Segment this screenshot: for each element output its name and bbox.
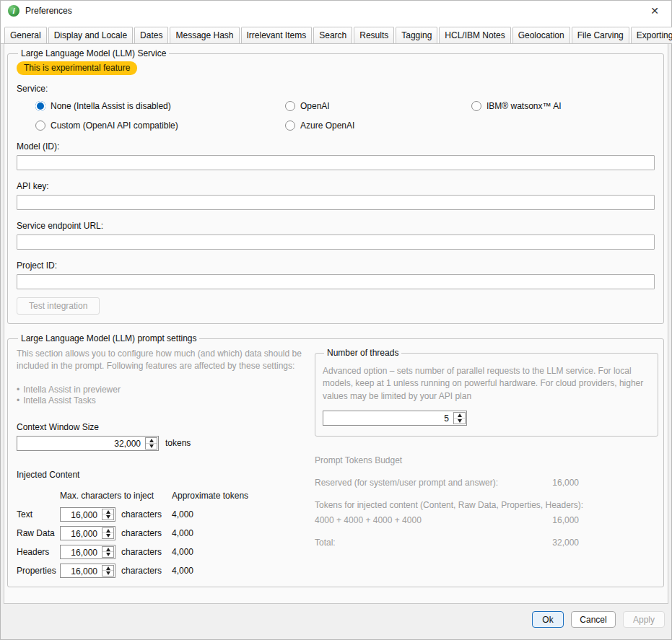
raw-data-characters-spinner[interactable]: 16,000 bbox=[60, 526, 115, 540]
service-endpoint-url-input[interactable] bbox=[17, 234, 655, 250]
arrow-down-icon bbox=[106, 571, 110, 575]
arrow-up-icon bbox=[458, 413, 462, 417]
number-of-threads-group-title: Number of threads bbox=[324, 348, 401, 358]
project-id-input[interactable] bbox=[17, 274, 655, 289]
total-tokens-label: Total: bbox=[315, 538, 336, 548]
apply-button[interactable]: Apply bbox=[623, 611, 665, 628]
arrow-up-icon bbox=[106, 548, 110, 551]
total-tokens-row: Total: 32,000 bbox=[315, 538, 579, 548]
spinner-up-button[interactable] bbox=[146, 438, 157, 443]
llm-prompt-settings-group: Large Language Model (LLM) prompt settin… bbox=[7, 333, 664, 587]
arrow-up-icon bbox=[106, 566, 110, 570]
tab-display-and-locale[interactable]: Display and Locale bbox=[48, 27, 133, 43]
test-integration-button[interactable]: Test integration bbox=[17, 297, 100, 315]
api-key-input[interactable] bbox=[17, 195, 655, 210]
tab-search[interactable]: Search bbox=[313, 27, 352, 43]
spinner-up-button[interactable] bbox=[454, 413, 465, 418]
radio-option-custom[interactable]: Custom (OpenAI API compatible) bbox=[35, 120, 285, 131]
arrow-up-icon bbox=[149, 439, 154, 442]
spinner-down-button[interactable] bbox=[102, 570, 113, 576]
tab-results[interactable]: Results bbox=[354, 27, 394, 43]
list-item: • Intella Assist in previewer bbox=[17, 385, 310, 396]
ok-button[interactable]: Ok bbox=[532, 611, 564, 628]
model-id-input[interactable] bbox=[17, 155, 655, 170]
number-of-threads-description: Advanced option – sets number of paralle… bbox=[323, 365, 649, 403]
injected-content-table: Max. characters to inject Approximate to… bbox=[17, 491, 310, 578]
prompt-settings-left-column: This section allows you to configure how… bbox=[17, 348, 310, 578]
text-characters-spinner[interactable]: 16,000 bbox=[60, 507, 115, 522]
number-of-threads-spinner[interactable]: 5 bbox=[323, 411, 467, 426]
app-icon: i bbox=[8, 5, 19, 17]
injected-content-title: Injected Content bbox=[17, 470, 310, 480]
row-label-raw-data: Raw Data bbox=[17, 528, 60, 538]
injected-tokens-row: 4000 + 4000 + 4000 + 4000 16,000 bbox=[315, 515, 579, 525]
radio-unselected-icon bbox=[35, 120, 45, 131]
prompt-tokens-budget-title: Prompt Tokens Budget bbox=[315, 455, 658, 465]
spinner-down-button[interactable] bbox=[102, 551, 113, 557]
context-window-size-spinner[interactable]: 32,000 bbox=[17, 436, 159, 451]
spinner-value: 16,000 bbox=[61, 545, 101, 558]
llm-service-group-title: Large Language Model (LLM) Service bbox=[18, 48, 169, 58]
tab-exporting[interactable]: Exporting bbox=[631, 27, 672, 43]
spinner-value: 16,000 bbox=[61, 564, 101, 577]
list-item: • Intella Assist Tasks bbox=[17, 395, 310, 407]
radio-label: Custom (OpenAI API compatible) bbox=[51, 120, 178, 131]
arrow-down-icon bbox=[458, 419, 462, 423]
approximate-tokens-value: 4,000 bbox=[172, 566, 310, 576]
tab-geolocation[interactable]: Geolocation bbox=[512, 27, 570, 43]
table-row: 16,000 characters bbox=[60, 507, 172, 522]
close-icon: ✕ bbox=[650, 5, 659, 17]
cancel-button[interactable]: Cancel bbox=[571, 611, 616, 628]
tab-file-carving[interactable]: File Carving bbox=[572, 27, 629, 43]
radio-option-ibm-watsonx[interactable]: IBM® watsonx™ AI bbox=[471, 101, 655, 111]
total-tokens-value: 32,000 bbox=[552, 538, 579, 548]
experimental-badge: This is experimental feature bbox=[17, 61, 137, 75]
dialog-footer: Ok Cancel Apply bbox=[1, 604, 671, 639]
spinner-value: 16,000 bbox=[61, 527, 101, 540]
radio-unselected-icon bbox=[285, 120, 295, 131]
radio-option-azure-openai[interactable]: Azure OpenAI bbox=[285, 120, 471, 131]
arrow-down-icon bbox=[106, 534, 110, 538]
prompt-settings-description: This section allows you to configure how… bbox=[17, 348, 310, 373]
spinner-down-button[interactable] bbox=[146, 443, 157, 449]
radio-selected-icon bbox=[35, 101, 45, 111]
affected-features-list: • Intella Assist in previewer • Intella … bbox=[17, 385, 310, 407]
spinner-down-button[interactable] bbox=[102, 514, 113, 520]
radio-label: Azure OpenAI bbox=[300, 120, 354, 131]
tab-message-hash[interactable]: Message Hash bbox=[170, 27, 239, 43]
tab-irrelevant-items[interactable]: Irrelevant Items bbox=[241, 27, 313, 43]
window-title: Preferences bbox=[25, 6, 72, 16]
context-window-unit-label: tokens bbox=[165, 438, 191, 448]
reserved-tokens-label: Reserved (for system/user prompt and ans… bbox=[315, 478, 498, 488]
radio-option-openai[interactable]: OpenAI bbox=[285, 101, 471, 111]
preferences-dialog: i Preferences ✕ General Display and Loca… bbox=[0, 0, 672, 640]
approximate-tokens-value: 4,000 bbox=[172, 509, 310, 520]
context-window-size-value: 32,000 bbox=[17, 437, 144, 450]
tab-tagging[interactable]: Tagging bbox=[396, 27, 437, 43]
arrow-up-icon bbox=[106, 510, 110, 514]
tab-dates[interactable]: Dates bbox=[134, 27, 168, 43]
injected-tokens-value: 16,000 bbox=[552, 515, 579, 525]
table-row: 16,000 characters bbox=[60, 564, 172, 578]
unit-label: characters bbox=[121, 509, 162, 520]
arrow-down-icon bbox=[106, 515, 110, 519]
tab-bar: General Display and Locale Dates Message… bbox=[1, 21, 671, 44]
arrow-up-icon bbox=[106, 529, 110, 532]
bullet-icon: • bbox=[17, 385, 19, 396]
spinner-value: 16,000 bbox=[61, 508, 101, 521]
spinner-down-button[interactable] bbox=[454, 418, 465, 424]
unit-label: characters bbox=[121, 528, 162, 538]
unit-label: characters bbox=[121, 566, 162, 576]
spinner-down-button[interactable] bbox=[102, 532, 113, 538]
service-label: Service: bbox=[17, 84, 655, 94]
properties-characters-spinner[interactable]: 16,000 bbox=[60, 564, 115, 578]
llm-prompt-settings-group-title: Large Language Model (LLM) prompt settin… bbox=[18, 333, 199, 343]
close-button[interactable]: ✕ bbox=[638, 1, 671, 21]
prompt-tokens-budget-section: Prompt Tokens Budget Reserved (for syste… bbox=[315, 455, 658, 548]
row-label-headers: Headers bbox=[17, 547, 60, 557]
approximate-tokens-value: 4,000 bbox=[172, 547, 310, 557]
headers-characters-spinner[interactable]: 16,000 bbox=[60, 545, 115, 559]
tab-hcl-ibm-notes[interactable]: HCL/IBM Notes bbox=[439, 27, 510, 43]
radio-option-none[interactable]: None (Intella Assist is disabled) bbox=[35, 101, 285, 111]
tab-general[interactable]: General bbox=[4, 27, 47, 43]
